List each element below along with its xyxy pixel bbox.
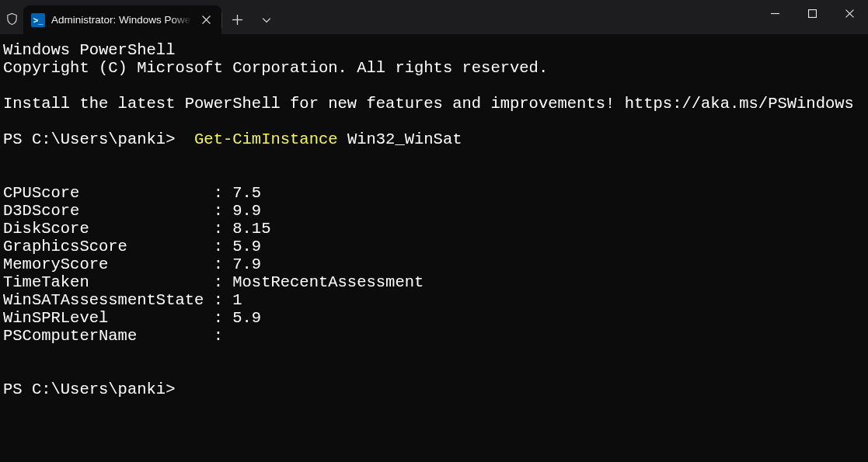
terminal-viewport[interactable]: Windows PowerShell Copyright (C) Microso… [0,34,868,398]
close-icon [845,9,854,18]
tab-actions [221,5,281,34]
shield-icon [0,0,23,34]
maximize-button[interactable] [793,0,831,26]
new-tab-button[interactable] [222,5,252,34]
minimize-button[interactable] [756,0,793,26]
powershell-icon: >_ [31,13,45,27]
terminal-line: Copyright (C) Microsoft Corporation. All… [3,59,548,77]
window-controls [756,0,868,34]
window-close-button[interactable] [831,0,868,26]
plus-icon [232,15,242,25]
tab-title: Administrator: Windows Powe [51,14,192,26]
close-icon [202,16,211,24]
svg-rect-5 [808,9,816,17]
prompt: PS C:\Users\panki> [3,130,194,148]
tab-active[interactable]: >_ Administrator: Windows Powe [23,5,221,34]
command-argument: Win32_WinSat [338,130,462,148]
titlebar: >_ Administrator: Windows Powe [0,0,868,34]
terminal-line: Windows PowerShell [3,41,175,59]
chevron-down-icon [262,16,271,25]
tab-close-button[interactable] [198,12,214,28]
prompt: PS C:\Users\panki> [3,380,175,398]
tab-dropdown-button[interactable] [252,5,281,34]
command-cmdlet: Get-CimInstance [194,130,338,148]
minimize-icon [771,9,779,18]
titlebar-drag-area[interactable] [281,0,756,34]
result-block: CPUScore : 7.5 D3DScore : 9.9 DiskScore … [3,184,424,345]
terminal-line: Install the latest PowerShell for new fe… [3,95,854,113]
maximize-icon [808,9,817,18]
